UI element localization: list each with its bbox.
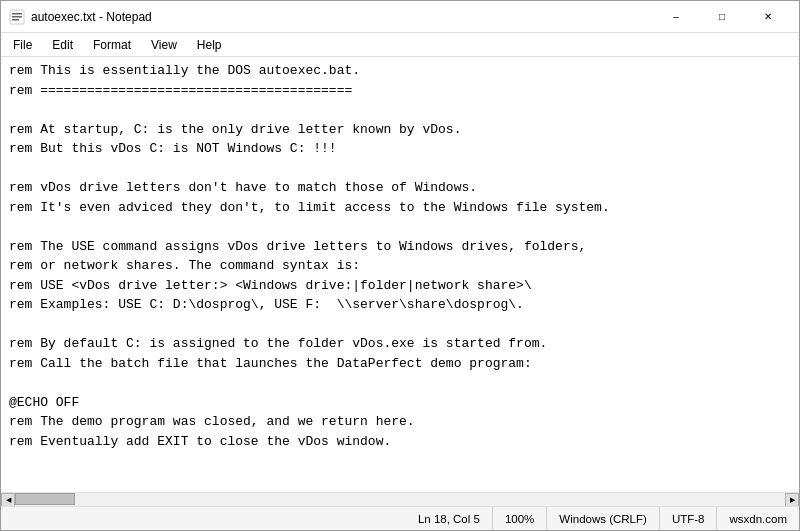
scroll-right-button[interactable]: ▶ xyxy=(785,493,799,507)
maximize-button[interactable]: □ xyxy=(699,1,745,33)
menu-view[interactable]: View xyxy=(143,36,185,54)
scroll-track[interactable] xyxy=(15,493,785,507)
app-icon xyxy=(9,9,25,25)
scroll-left-button[interactable]: ◀ xyxy=(1,493,15,507)
window-title: autoexec.txt - Notepad xyxy=(31,10,653,24)
close-button[interactable]: ✕ xyxy=(745,1,791,33)
editor-container: rem This is essentially the DOS autoexec… xyxy=(1,57,799,506)
menu-format[interactable]: Format xyxy=(85,36,139,54)
status-bar: Ln 18, Col 5 100% Windows (CRLF) UTF-8 w… xyxy=(1,506,799,530)
brand-label: wsxdn.com xyxy=(717,507,799,530)
scroll-thumb[interactable] xyxy=(15,493,75,505)
notepad-window: autoexec.txt - Notepad – □ ✕ File Edit F… xyxy=(0,0,800,531)
text-editor[interactable]: rem This is essentially the DOS autoexec… xyxy=(1,57,799,492)
encoding-indicator: UTF-8 xyxy=(660,507,718,530)
svg-rect-3 xyxy=(12,19,19,21)
svg-rect-2 xyxy=(12,16,22,18)
horizontal-scrollbar[interactable]: ◀ ▶ xyxy=(1,492,799,506)
title-bar: autoexec.txt - Notepad – □ ✕ xyxy=(1,1,799,33)
window-controls: – □ ✕ xyxy=(653,1,791,33)
line-col-indicator: Ln 18, Col 5 xyxy=(406,507,493,530)
svg-rect-1 xyxy=(12,13,22,15)
menu-help[interactable]: Help xyxy=(189,36,230,54)
line-ending-indicator: Windows (CRLF) xyxy=(547,507,660,530)
zoom-indicator: 100% xyxy=(493,507,547,530)
menu-bar: File Edit Format View Help xyxy=(1,33,799,57)
menu-file[interactable]: File xyxy=(5,36,40,54)
menu-edit[interactable]: Edit xyxy=(44,36,81,54)
minimize-button[interactable]: – xyxy=(653,1,699,33)
